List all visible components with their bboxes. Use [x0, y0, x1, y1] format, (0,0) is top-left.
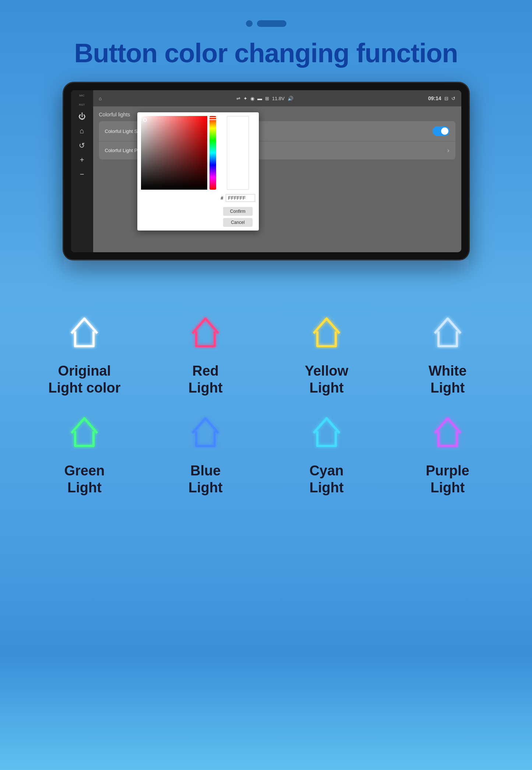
light-item-red: Red Light — [151, 311, 261, 396]
purple-icon-wrap — [426, 411, 470, 455]
rainbow-indicator — [209, 117, 218, 120]
red-label: Red Light — [189, 363, 223, 396]
light-switch-toggle[interactable] — [433, 126, 450, 136]
status-right-icons: 09:14 ⊟ ↺ — [428, 95, 455, 101]
device-reflection — [64, 260, 469, 274]
original-label: Original Light color — [48, 363, 120, 396]
home-status-icon: ⌂ — [99, 96, 102, 101]
voltage-value: 11.8V — [272, 96, 285, 101]
yellow-label: Yellow Light — [305, 363, 348, 396]
light-item-original: Original Light color — [29, 311, 140, 396]
yellow-house-icon — [306, 313, 347, 354]
screen-content: Colorful lights Colorful Light Switch Co… — [93, 106, 461, 169]
cyan-house-icon — [306, 413, 347, 453]
rst-label: RST — [79, 103, 85, 106]
blue-label: Blue Light — [189, 463, 223, 496]
clock: 09:14 — [428, 95, 441, 101]
confirm-button[interactable]: Confirm — [223, 207, 253, 216]
cyan-label: Cyan Light — [309, 463, 343, 496]
page-indicator — [0, 0, 532, 27]
device-sidebar: MIC RST ⏻ ⌂ ↺ + − — [71, 90, 93, 252]
cyan-icon-wrap — [304, 411, 349, 455]
green-label: Green Light — [64, 463, 105, 496]
device-inner: MIC RST ⏻ ⌂ ↺ + − ⌂ ⇌ — [71, 90, 461, 252]
red-icon-wrap — [183, 311, 228, 355]
home-icon[interactable]: ⌂ — [80, 127, 84, 135]
blue-house-icon — [185, 413, 226, 453]
color-preview — [227, 116, 249, 190]
light-item-green: Green Light — [29, 411, 140, 496]
mic-label: MIC — [79, 94, 85, 97]
color-picker-popup: # Confirm Cancel — [137, 112, 259, 231]
blue-icon-wrap — [183, 411, 228, 455]
device-screen: ⌂ ⇌ ✦ ◉ ▬ ⊞ 11.8V 🔊 09:14 — [93, 90, 461, 252]
light-item-cyan: Cyan Light — [272, 411, 382, 496]
light-colors-section: Original Light color Red — [0, 296, 532, 518]
light-grid: Original Light color Red — [29, 311, 503, 496]
device-outer: MIC RST ⏻ ⌂ ↺ + − ⌂ ⇌ — [64, 83, 469, 274]
vol-up-icon[interactable]: + — [80, 156, 84, 164]
cancel-button[interactable]: Cancel — [223, 218, 253, 227]
purple-label: Purple Light — [426, 463, 469, 496]
bluetooth-icon: ✦ — [243, 96, 247, 101]
voltage-icon: ⊞ — [265, 96, 269, 101]
green-icon-wrap — [62, 411, 106, 455]
back-icon[interactable]: ↺ — [79, 141, 85, 150]
original-icon-wrap — [62, 311, 106, 355]
indicator-dash — [257, 20, 286, 27]
hex-input-row: # — [221, 194, 255, 202]
indicator-dot — [246, 20, 253, 27]
page-title: Button color changing function — [0, 34, 532, 83]
color-cursor — [143, 118, 147, 122]
status-center-icons: ⇌ ✦ ◉ ▬ ⊞ 11.8V 🔊 — [236, 96, 293, 101]
color-gradient[interactable] — [141, 116, 208, 190]
status-bar: ⌂ ⇌ ✦ ◉ ▬ ⊞ 11.8V 🔊 09:14 — [93, 90, 461, 106]
vol-down-icon[interactable]: − — [80, 170, 84, 179]
light-item-purple: Purple Light — [392, 411, 503, 496]
yellow-icon-wrap — [304, 311, 349, 355]
light-item-white: White Light — [392, 311, 503, 396]
device-wrapper: MIC RST ⏻ ⌂ ↺ + − ⌂ ⇌ — [0, 83, 532, 274]
link-icon: ⇌ — [236, 96, 240, 101]
original-house-icon — [64, 313, 105, 354]
white-house-icon — [427, 313, 468, 354]
hex-label: # — [221, 195, 223, 201]
speaker-icon: 🔊 — [288, 96, 293, 101]
red-house-icon — [185, 313, 226, 354]
hex-input[interactable] — [226, 194, 255, 202]
status-left-icons: ⌂ — [99, 96, 102, 101]
light-item-blue: Blue Light — [151, 411, 261, 496]
purple-house-icon — [427, 413, 468, 453]
refresh-icon[interactable]: ↺ — [451, 96, 455, 101]
battery-icon: ▬ — [257, 96, 262, 101]
picker-buttons: Confirm Cancel — [223, 207, 253, 227]
window-icon: ⊟ — [444, 96, 448, 101]
white-icon-wrap — [426, 311, 470, 355]
wifi-icon: ◉ — [250, 96, 254, 101]
chevron-right-icon: › — [447, 147, 450, 154]
power-icon[interactable]: ⏻ — [78, 112, 86, 121]
rainbow-slider[interactable] — [209, 116, 216, 190]
white-label: White Light — [429, 363, 466, 396]
color-picker-right: # Confirm Cancel — [221, 116, 255, 227]
light-item-yellow: Yellow Light — [272, 311, 382, 396]
green-house-icon — [64, 413, 105, 453]
